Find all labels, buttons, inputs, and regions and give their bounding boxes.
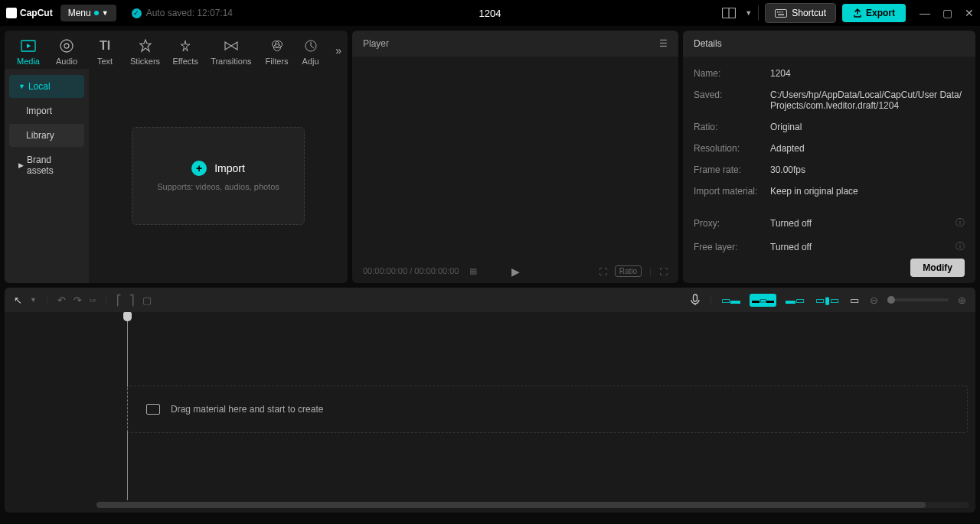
svg-rect-5 xyxy=(782,11,783,13)
detail-value: Keep in original place xyxy=(770,186,965,197)
timeline-drop-zone[interactable]: Drag material here and start to create xyxy=(127,386,968,433)
pointer-icon[interactable]: ↖ xyxy=(12,293,24,308)
modify-button[interactable]: Modify xyxy=(910,259,965,277)
fullscreen-icon[interactable]: ⛶ xyxy=(659,267,668,276)
top-bar: CapCut Menu ▼ ✓ Auto saved: 12:07:14 120… xyxy=(0,0,980,26)
magnet-icon[interactable]: ▬▭▬ xyxy=(750,294,776,307)
mic-icon[interactable] xyxy=(688,292,702,308)
timeline-body[interactable]: Drag material here and start to create xyxy=(5,312,975,500)
menu-dot-icon xyxy=(94,11,99,15)
detail-value: 1204 xyxy=(770,68,965,79)
play-icon[interactable]: ▶ xyxy=(511,265,520,278)
close-icon[interactable]: ✕ xyxy=(965,7,974,19)
tab-audio[interactable]: Audio xyxy=(47,35,86,69)
export-button[interactable]: Export xyxy=(842,4,906,22)
link-icon[interactable]: ▬▭ xyxy=(784,293,806,308)
tab-stickers[interactable]: Stickers xyxy=(124,35,166,69)
autosave-text: Auto saved: 12:07:14 xyxy=(146,8,233,18)
redo-icon[interactable]: ↷ xyxy=(72,293,83,308)
undo-icon[interactable]: ↶ xyxy=(56,293,67,308)
chevron-down-icon[interactable]: ▼ xyxy=(28,295,38,305)
maximize-icon[interactable]: ▢ xyxy=(942,7,952,19)
timeline-panel: ↖ ▼ | ↶ ↷ ⎃ | ⎡ ⎤ ▢ | ▭▬ ▬▭▬ ▬▭ ▭▮▭ ▭ ⊖ … xyxy=(5,288,975,513)
info-icon[interactable]: ⓘ xyxy=(956,240,965,252)
zoom-in-icon[interactable]: ⊕ xyxy=(956,293,968,308)
snap-icon[interactable]: ▭▬ xyxy=(720,293,742,308)
details-panel: Details Name: 1204 Saved: C:/Users/hp/Ap… xyxy=(683,31,975,283)
preview-icon[interactable]: ▭ xyxy=(848,293,861,308)
import-label: Import xyxy=(214,162,245,174)
svg-rect-14 xyxy=(693,295,697,301)
detail-value: Turned off xyxy=(770,218,812,229)
detail-row-name: Name: 1204 xyxy=(694,63,965,84)
export-icon xyxy=(853,8,862,18)
timeline-scrollbar[interactable] xyxy=(96,502,969,508)
plus-icon: + xyxy=(191,161,207,176)
media-tabs: Media Audio TI Text Stickers Effects Tra… xyxy=(5,31,348,69)
shortcut-button[interactable]: Shortcut xyxy=(765,3,836,23)
detail-label: Proxy: xyxy=(694,218,770,229)
app-logo: CapCut xyxy=(6,8,53,18)
zoom-out-icon[interactable]: ⊖ xyxy=(868,293,880,308)
sidebar-item-label: Brand assets xyxy=(27,155,75,176)
chevron-down-icon[interactable]: ▼ xyxy=(745,9,752,17)
align-icon[interactable]: ▭▮▭ xyxy=(814,293,841,308)
sidebar-item-library[interactable]: Library xyxy=(9,124,84,147)
tab-filters[interactable]: Filters xyxy=(258,35,296,69)
expand-tabs-icon[interactable]: » xyxy=(335,44,341,57)
split-icon[interactable]: ⎃ xyxy=(88,293,97,308)
sidebar-item-brand-assets[interactable]: ▶ Brand assets xyxy=(9,148,84,182)
tab-label: Adju xyxy=(302,57,319,66)
info-icon[interactable]: ⓘ xyxy=(956,216,965,229)
minimize-icon[interactable]: — xyxy=(920,7,930,19)
svg-rect-2 xyxy=(776,9,787,17)
compare-icon[interactable]: ▦ xyxy=(469,266,477,275)
tab-effects[interactable]: Effects xyxy=(166,35,204,69)
import-button[interactable]: + Import Supports: videos, audios, photo… xyxy=(132,127,305,225)
detail-row-framerate: Frame rate: 30.00fps xyxy=(694,159,965,181)
split-left-icon[interactable]: ⎡ xyxy=(115,293,123,308)
menu-label: Menu xyxy=(68,8,91,18)
split-right-icon[interactable]: ⎤ xyxy=(128,293,136,308)
delete-icon[interactable]: ▢ xyxy=(141,293,153,308)
tab-label: Stickers xyxy=(130,57,160,66)
zoom-slider[interactable] xyxy=(887,298,949,301)
player-stage[interactable] xyxy=(352,57,678,259)
detail-value: Turned off xyxy=(770,242,812,252)
filters-icon xyxy=(270,38,284,54)
media-icon xyxy=(21,38,36,54)
adjustment-icon xyxy=(304,38,318,54)
scan-icon[interactable]: ⛶ xyxy=(599,267,607,276)
hamburger-icon[interactable]: ☰ xyxy=(659,38,668,49)
sidebar-item-import[interactable]: Import xyxy=(9,99,84,122)
media-body: ▼ Local Import Library ▶ Brand assets + xyxy=(5,69,348,283)
detail-value: Adapted xyxy=(770,143,965,154)
layout-icon[interactable] xyxy=(719,5,739,21)
tab-label: Effects xyxy=(172,57,198,66)
timeline-tracks[interactable]: Drag material here and start to create xyxy=(127,312,975,500)
player-play-controls: ▶ xyxy=(511,265,520,278)
menu-button[interactable]: Menu ▼ xyxy=(60,5,116,21)
details-body: Name: 1204 Saved: C:/Users/hp/AppData/Lo… xyxy=(683,57,975,252)
detail-row-saved: Saved: C:/Users/hp/AppData/Local/CapCut/… xyxy=(694,84,965,116)
scrollbar-thumb[interactable] xyxy=(96,502,926,508)
main-panels: Media Audio TI Text Stickers Effects Tra… xyxy=(0,26,980,288)
tab-adjustment[interactable]: Adju xyxy=(296,35,325,69)
timeline-toolbar: ↖ ▼ | ↶ ↷ ⎃ | ⎡ ⎤ ▢ | ▭▬ ▬▭▬ ▬▭ ▭▮▭ ▭ ⊖ … xyxy=(5,288,975,312)
tab-transitions[interactable]: Transitions xyxy=(204,35,257,69)
sidebar-item-local[interactable]: ▼ Local xyxy=(9,75,84,98)
sidebar-item-label: Import xyxy=(26,106,52,116)
tab-media[interactable]: Media xyxy=(9,35,47,69)
details-header: Details xyxy=(683,31,975,57)
detail-label: Free layer: xyxy=(694,242,770,252)
time-total: 00:00:00:00 xyxy=(414,266,459,275)
tab-label: Media xyxy=(17,57,40,66)
media-panel: Media Audio TI Text Stickers Effects Tra… xyxy=(5,31,348,283)
detail-value: 30.00fps xyxy=(770,164,965,175)
divider: | xyxy=(105,295,107,305)
ratio-button[interactable]: Ratio xyxy=(615,265,642,277)
svg-point-8 xyxy=(60,40,73,52)
transitions-icon xyxy=(224,38,239,54)
details-title: Details xyxy=(694,38,722,49)
tab-text[interactable]: TI Text xyxy=(86,35,124,69)
